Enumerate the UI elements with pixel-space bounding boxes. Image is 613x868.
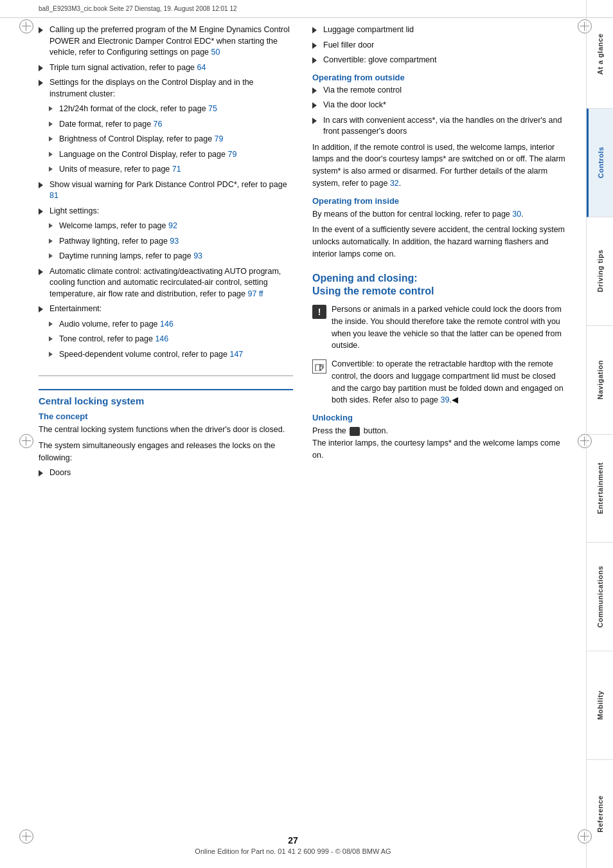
- svg-line-2: [320, 365, 323, 368]
- link-page-79b[interactable]: 79: [227, 150, 236, 159]
- sidebar-label-reference: Reference: [596, 795, 604, 833]
- bullet-text-4: Show visual warning for Park Distance Co…: [49, 179, 293, 202]
- link-page-92[interactable]: 92: [168, 221, 177, 230]
- sidebar-section-communications: Communications: [587, 543, 613, 651]
- right-item-2: Fuel filler door: [312, 40, 567, 51]
- doors-text: Doors: [49, 467, 71, 479]
- sub-item-5-1: Welcome lamps, refer to page 92: [49, 221, 293, 232]
- bullet-text-3: Settings for the displays on the Control…: [49, 77, 293, 100]
- link-page-39[interactable]: 39: [441, 395, 450, 404]
- sub-item-3-2: Date format, refer to page 76: [49, 119, 293, 131]
- link-page-93a[interactable]: 93: [170, 237, 179, 246]
- sub-text-3-5: Units of measure, refer to page 71: [59, 164, 181, 176]
- bullet-item-2: Triple turn signal activation, refer to …: [39, 62, 293, 74]
- sub-arrow-3-4: [49, 152, 53, 157]
- outside-item-1: Via the remote control: [312, 85, 567, 96]
- sidebar-label-driving-tips: Driving tips: [596, 249, 604, 293]
- sidebar-section-reference: Reference: [587, 760, 613, 868]
- sidebar-section-navigation: Navigation: [587, 326, 613, 435]
- sub-text-3-4: Language on the Control Display, refer t…: [59, 149, 236, 161]
- sub-arrow-7-3: [49, 352, 53, 357]
- link-page-71[interactable]: 71: [172, 165, 181, 174]
- link-page-97[interactable]: 97 ff: [248, 289, 263, 298]
- outside-item-3: In cars with convenient access*, via the…: [312, 115, 567, 138]
- sidebar-label-at-a-glance: At a glance: [596, 33, 604, 75]
- sidebar-section-entertainment: Entertainment: [587, 435, 613, 543]
- right-column: Luggage compartment lid Fuel filler door…: [312, 24, 567, 483]
- link-page-76[interactable]: 76: [154, 120, 163, 129]
- right-item-3: Convertible: glove compartment: [312, 55, 567, 66]
- bullet-item-1: Calling up the preferred program of the …: [39, 24, 293, 59]
- sidebar-label-controls: Controls: [597, 147, 605, 178]
- inside-text-2: In the event of a sufficiently severe ac…: [312, 224, 567, 260]
- link-page-50[interactable]: 50: [211, 48, 220, 57]
- right-arrow-2: [312, 42, 317, 49]
- sub-arrow-3-3: [49, 136, 53, 141]
- header-filename: ba8_E9293M3_cic.book Seite 27 Dienstag, …: [39, 5, 237, 12]
- sub-text-3-3: Brightness of Control Display, refer to …: [59, 134, 223, 145]
- link-page-64[interactable]: 64: [197, 63, 206, 72]
- operating-inside-heading: Operating from inside: [312, 196, 567, 206]
- central-locking-heading: Central locking system: [39, 389, 293, 406]
- sub-text-5-1: Welcome lamps, refer to page 92: [59, 221, 177, 232]
- link-page-93b[interactable]: 93: [193, 251, 202, 260]
- bullet-arrow-5: [39, 208, 43, 215]
- bullet-item-6: Automatic climate control: activating/de…: [39, 266, 293, 300]
- link-page-30[interactable]: 30: [512, 210, 521, 219]
- right-arrow-1: [312, 27, 317, 33]
- opening-closing-heading: Opening and closing: Using the remote co…: [312, 272, 567, 299]
- bullet-text-1: Calling up the preferred program of the …: [49, 24, 293, 59]
- sub-text-5-3: Daytime running lamps, refer to page 93: [59, 251, 202, 262]
- link-page-75[interactable]: 75: [208, 104, 217, 113]
- sub-arrow-7-1: [49, 321, 53, 327]
- sidebar-section-driving-tips: Driving tips: [587, 217, 613, 326]
- bullet-text-5: Light settings:: [49, 206, 99, 217]
- sub-arrow-5-2: [49, 239, 53, 244]
- concept-text-1: The central locking system functions whe…: [39, 424, 293, 436]
- warning-text: Persons or animals in a parked vehicle c…: [332, 303, 567, 352]
- inside-text-1: By means of the button for central locki…: [312, 208, 567, 221]
- bullet-arrow-3: [39, 80, 43, 86]
- sub-text-3-1: 12h/24h format of the clock, refer to pa…: [59, 104, 217, 115]
- sub-text-3-2: Date format, refer to page 76: [59, 119, 163, 131]
- outside-item-2: Via the door lock*: [312, 100, 567, 111]
- central-locking-section: Central locking system The concept The c…: [39, 375, 293, 479]
- sub-arrow-5-1: [49, 223, 53, 228]
- outside-additional-text: In addition, if the remote control is us…: [312, 141, 567, 190]
- outside-arrow-1: [312, 87, 317, 94]
- bullet-item-5: Light settings:: [39, 206, 293, 217]
- operating-outside-heading: Operating from outside: [312, 73, 567, 82]
- bullet-text-6: Automatic climate control: activating/de…: [49, 266, 293, 300]
- link-page-146b[interactable]: 146: [155, 334, 168, 343]
- bullet-arrow-4: [39, 182, 43, 188]
- note-text: Convertible: to operate the retractable …: [332, 358, 567, 406]
- link-page-32[interactable]: 32: [390, 179, 399, 188]
- link-page-81[interactable]: 81: [49, 191, 58, 200]
- right-text-1: Luggage compartment lid: [323, 24, 414, 36]
- outside-text-1: Via the remote control: [323, 85, 402, 96]
- unlocking-text: Press the button. The interior lamps, th…: [312, 425, 567, 461]
- concept-heading: The concept: [39, 411, 293, 421]
- note-icon: [312, 359, 326, 374]
- sidebar-section-controls: Controls: [587, 109, 613, 217]
- concept-text-2: The system simultaneously engages and re…: [39, 440, 293, 464]
- sub-item-5-3: Daytime running lamps, refer to page 93: [49, 251, 293, 262]
- main-content: Calling up the preferred program of the …: [0, 18, 586, 496]
- warning-icon: !: [312, 305, 326, 319]
- copyright-text: Online Edition for Part no. 01 41 2 600 …: [195, 847, 391, 855]
- outside-text-3: In cars with convenient access*, via the…: [323, 115, 567, 138]
- link-page-146a[interactable]: 146: [160, 320, 173, 329]
- right-text-3: Convertible: glove compartment: [323, 55, 436, 66]
- link-page-79a[interactable]: 79: [215, 134, 224, 143]
- sub-text-5-2: Pathway lighting, refer to page 93: [59, 236, 179, 248]
- section-divider: [39, 375, 293, 376]
- page-footer: 27 Online Edition for Part no. 01 41 2 6…: [0, 835, 586, 855]
- sub-item-3-5: Units of measure, refer to page 71: [49, 164, 293, 176]
- sub-items-7: Audio volume, refer to page 146 Tone con…: [49, 319, 293, 361]
- two-columns: Calling up the preferred program of the …: [39, 24, 567, 483]
- right-item-1: Luggage compartment lid: [312, 24, 567, 36]
- link-page-147[interactable]: 147: [229, 350, 243, 359]
- bullet-item-3: Settings for the displays on the Control…: [39, 77, 293, 100]
- sidebar-label-entertainment: Entertainment: [596, 462, 604, 514]
- bullet-item-4: Show visual warning for Park Distance Co…: [39, 179, 293, 202]
